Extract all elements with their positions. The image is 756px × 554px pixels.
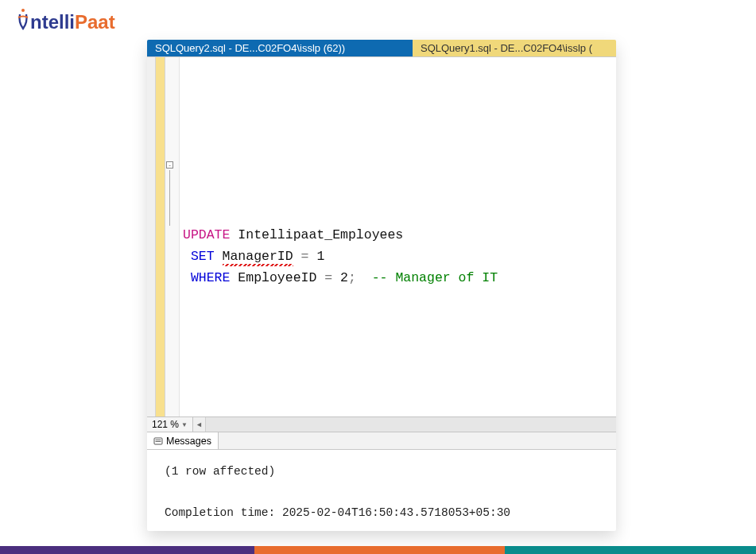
col-employeeid: EmployeeID	[238, 270, 316, 285]
comment: -- Manager of IT	[372, 270, 498, 285]
eq2: =	[324, 270, 332, 285]
val2: 2	[340, 270, 348, 285]
zoom-selector[interactable]: 121 % ▼	[147, 417, 193, 432]
table-name: Intellipaat_Employees	[238, 227, 403, 242]
change-indicator-strip	[156, 57, 165, 416]
editor-window: SQLQuery2.sql - DE...C02FO4\isslp (62)) …	[147, 40, 616, 531]
collapse-toggle[interactable]: -	[166, 161, 173, 169]
col-managerid: ManagerID	[223, 246, 293, 267]
tabs-bar: SQLQuery2.sql - DE...C02FO4\isslp (62)) …	[147, 40, 616, 57]
footer-bar-purple	[0, 546, 254, 554]
messages-icon	[153, 436, 163, 446]
messages-tabbar: Messages	[147, 432, 616, 450]
rows-affected-text: (1 row affected)	[165, 461, 608, 482]
footer-bar-teal	[505, 546, 756, 554]
code-editor[interactable]: UPDATE Intellipaat_Employees SET Manager…	[180, 57, 616, 416]
completion-time-text: Completion time: 2025-02-04T16:50:43.571…	[165, 502, 608, 523]
horizontal-scrollbar[interactable]	[206, 417, 616, 432]
chevron-down-icon: ▼	[181, 421, 188, 428]
collapse-strip	[147, 57, 156, 416]
kw-where: WHERE	[191, 270, 231, 285]
kw-set: SET	[191, 249, 215, 264]
editor-body: - UPDATE Intellipaat_Employees SET Manag…	[147, 57, 616, 416]
scroll-left-button[interactable]: ◄	[193, 417, 206, 432]
svg-point-0	[21, 9, 25, 12]
semicolon: ;	[348, 270, 356, 285]
collapse-line	[169, 170, 170, 226]
eq1: =	[301, 249, 309, 264]
brand-text-right: Paat	[75, 11, 115, 33]
zoom-value: 121 %	[152, 419, 179, 430]
messages-panel: (1 row affected) Completion time: 2025-0…	[147, 450, 616, 531]
kw-update: UPDATE	[183, 227, 230, 242]
footer-bar-orange	[254, 546, 505, 554]
tab-sqlquery2[interactable]: SQLQuery2.sql - DE...C02FO4\isslp (62))	[147, 40, 413, 56]
messages-tab-label: Messages	[166, 436, 211, 447]
brand-text-left: ntelli	[30, 11, 75, 33]
zoom-bar: 121 % ▼ ◄	[147, 416, 616, 432]
gutter: -	[165, 57, 180, 416]
footer-bars	[0, 546, 756, 554]
brand-logo: ntelliPaat	[16, 6, 115, 33]
val1: 1	[316, 249, 324, 264]
messages-tab[interactable]: Messages	[147, 432, 219, 449]
svg-rect-1	[154, 438, 162, 444]
brand-icon	[16, 8, 30, 30]
tab-sqlquery1[interactable]: SQLQuery1.sql - DE...C02FO4\isslp (	[413, 40, 616, 56]
